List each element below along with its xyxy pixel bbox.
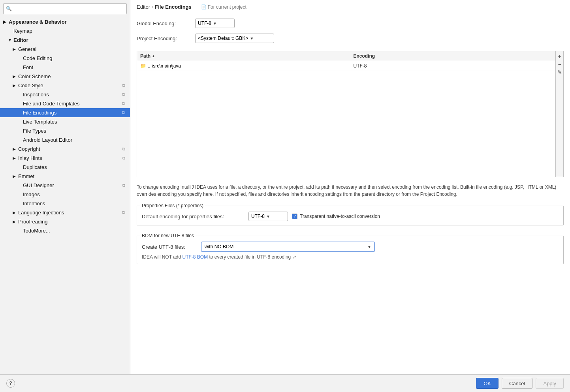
tree-arrow-proofreading: ▶ bbox=[13, 219, 17, 224]
properties-section: Properties Files (*.properties) Default … bbox=[137, 206, 564, 225]
table-cell-path: 📁...\src\main\java bbox=[137, 61, 350, 71]
sidebar-item-inspections[interactable]: Inspections⧉ bbox=[0, 90, 130, 99]
bom-section-title: BOM for new UTF-8 files bbox=[140, 233, 196, 238]
sidebar-item-keymap[interactable]: Keymap bbox=[0, 26, 130, 36]
sidebar-item-inlay-hints[interactable]: ▶Inlay Hints⧉ bbox=[0, 154, 130, 163]
project-encoding-label: Project Encoding: bbox=[137, 36, 192, 41]
transparent-checkbox-container[interactable]: ✓ Transparent native-to-ascii conversion bbox=[292, 214, 380, 219]
footer-left: ? bbox=[6, 379, 15, 388]
copy-icon-inspections: ⧉ bbox=[120, 92, 127, 97]
apply-button[interactable]: Apply bbox=[536, 378, 564, 389]
sidebar-item-general[interactable]: ▶General bbox=[0, 45, 130, 54]
sidebar-item-label-proofreading: Proofreading bbox=[18, 219, 47, 225]
search-input[interactable] bbox=[13, 6, 124, 11]
footer-right: OK Cancel Apply bbox=[476, 378, 564, 389]
sidebar-item-intentions[interactable]: Intentions bbox=[0, 199, 130, 208]
col-encoding-header[interactable]: Encoding bbox=[350, 51, 564, 61]
col-path-header[interactable]: Path ▲ bbox=[137, 51, 350, 61]
breadcrumb: Editor › File Encodings 📄 For current pr… bbox=[130, 0, 570, 13]
sidebar-item-emmet[interactable]: ▶Emmet bbox=[0, 172, 130, 181]
bom-value: with NO BOM bbox=[205, 244, 233, 249]
sidebar-item-font[interactable]: Font bbox=[0, 63, 130, 72]
info-text: To change encoding IntelliJ IDEA uses fo… bbox=[137, 184, 564, 198]
sidebar-item-file-code-templates[interactable]: File and Code Templates⧉ bbox=[0, 99, 130, 108]
encoding-table: Path ▲ Encoding 📁...\src\main\javaUTF-8 … bbox=[137, 51, 564, 177]
sidebar: 🔍 ▶Appearance & BehaviorKeymap▼Editor▶Ge… bbox=[0, 0, 130, 374]
sidebar-item-label-gui-designer: GUI Designer bbox=[23, 182, 54, 188]
copy-icon-file-code-templates: ⧉ bbox=[120, 101, 127, 106]
tree-arrow-code-style: ▶ bbox=[13, 83, 17, 88]
sidebar-item-gui-designer[interactable]: GUI Designer⧉ bbox=[0, 181, 130, 190]
global-encoding-dropdown[interactable]: UTF-8 ▼ bbox=[195, 19, 235, 28]
sidebar-item-file-encodings[interactable]: File Encodings⧉ bbox=[0, 108, 130, 117]
tree-arrow-language-injections: ▶ bbox=[13, 210, 17, 215]
sidebar-item-proofreading[interactable]: ▶Proofreading bbox=[0, 217, 130, 226]
settings-panel: Global Encoding: UTF-8 ▼ Project Encodin… bbox=[130, 13, 570, 374]
sidebar-item-file-types[interactable]: File Types bbox=[0, 126, 130, 135]
dialog-footer: ? OK Cancel Apply bbox=[0, 374, 570, 392]
transparent-checkbox-label: Transparent native-to-ascii conversion bbox=[300, 214, 380, 219]
breadcrumb-separator: › bbox=[152, 4, 153, 10]
bom-row: Create UTF-8 files: with NO BOM ▼ bbox=[142, 242, 559, 252]
sidebar-item-appearance-behavior[interactable]: ▶Appearance & Behavior bbox=[0, 17, 130, 26]
global-encoding-row: Global Encoding: UTF-8 ▼ bbox=[137, 19, 564, 28]
properties-row: Default encoding for properties files: U… bbox=[142, 212, 559, 221]
sidebar-item-duplicates[interactable]: Duplicates bbox=[0, 163, 130, 172]
sidebar-item-label-todo-more: TodoMore... bbox=[23, 228, 50, 234]
sidebar-item-language-injections[interactable]: ▶Language Injections⧉ bbox=[0, 208, 130, 217]
bom-note: IDEA will NOT add UTF-8 BOM to every cre… bbox=[142, 254, 559, 260]
sidebar-item-code-editing[interactable]: Code Editing bbox=[0, 54, 130, 63]
sidebar-item-label-file-types: File Types bbox=[23, 128, 46, 134]
remove-row-button[interactable]: − bbox=[556, 61, 563, 68]
sidebar-item-live-templates[interactable]: Live Templates bbox=[0, 117, 130, 126]
sidebar-item-label-file-code-templates: File and Code Templates bbox=[23, 101, 80, 107]
sidebar-item-code-style[interactable]: ▶Code Style⧉ bbox=[0, 81, 130, 90]
sidebar-item-label-keymap: Keymap bbox=[13, 28, 32, 34]
add-row-button[interactable]: + bbox=[556, 53, 563, 60]
sidebar-item-label-code-style: Code Style bbox=[18, 83, 43, 88]
sidebar-item-todo-more[interactable]: TodoMore... bbox=[0, 226, 130, 235]
sidebar-item-images[interactable]: Images bbox=[0, 190, 130, 199]
tree-arrow-appearance-behavior: ▶ bbox=[3, 20, 7, 24]
breadcrumb-current: File Encodings bbox=[155, 4, 191, 10]
dialog-body: 🔍 ▶Appearance & BehaviorKeymap▼Editor▶Ge… bbox=[0, 0, 570, 374]
tree-arrow-general: ▶ bbox=[13, 47, 17, 51]
sidebar-item-label-live-templates: Live Templates bbox=[23, 119, 57, 125]
properties-section-title: Properties Files (*.properties) bbox=[140, 203, 205, 208]
main-content: Editor › File Encodings 📄 For current pr… bbox=[130, 0, 570, 374]
table-actions: + − ✎ bbox=[555, 51, 563, 177]
sidebar-item-label-inspections: Inspections bbox=[23, 92, 49, 98]
copy-icon-file-encodings: ⧉ bbox=[120, 110, 127, 115]
sidebar-item-label-color-scheme: Color Scheme bbox=[18, 73, 51, 79]
sidebar-item-label-inlay-hints: Inlay Hints bbox=[18, 155, 42, 161]
copy-icon-code-style: ⧉ bbox=[120, 83, 127, 88]
ok-button[interactable]: OK bbox=[476, 378, 499, 389]
folder-icon: 📁 bbox=[140, 63, 146, 69]
sidebar-item-editor[interactable]: ▼Editor bbox=[0, 36, 130, 45]
bom-link[interactable]: UTF-8 BOM bbox=[182, 254, 208, 260]
sidebar-item-label-file-encodings: File Encodings bbox=[23, 110, 56, 116]
sidebar-item-android-layout-editor[interactable]: Android Layout Editor bbox=[0, 135, 130, 144]
copy-icon-copyright: ⧉ bbox=[120, 146, 127, 152]
tree-arrow-emmet: ▶ bbox=[13, 174, 17, 178]
table-row[interactable]: 📁...\src\main\javaUTF-8 bbox=[137, 61, 563, 71]
properties-encoding-dropdown[interactable]: UTF-8 ▼ bbox=[248, 212, 288, 221]
project-encoding-dropdown[interactable]: <System Default: GBK> ▼ bbox=[195, 34, 274, 43]
transparent-checkbox[interactable]: ✓ bbox=[292, 214, 297, 219]
search-box[interactable]: 🔍 bbox=[3, 3, 127, 14]
sidebar-item-copyright[interactable]: ▶Copyright⧉ bbox=[0, 144, 130, 154]
help-button[interactable]: ? bbox=[6, 379, 15, 388]
properties-encoding-value: UTF-8 bbox=[251, 214, 265, 219]
table-body: 📁...\src\main\javaUTF-8 bbox=[137, 61, 563, 71]
tree-arrow-color-scheme: ▶ bbox=[13, 74, 17, 79]
sidebar-item-label-duplicates: Duplicates bbox=[23, 164, 47, 170]
sidebar-item-color-scheme[interactable]: ▶Color Scheme bbox=[0, 72, 130, 81]
project-encoding-row: Project Encoding: <System Default: GBK> … bbox=[137, 34, 564, 43]
sidebar-item-label-code-editing: Code Editing bbox=[23, 55, 52, 61]
properties-encoding-arrow: ▼ bbox=[266, 214, 270, 219]
cancel-button[interactable]: Cancel bbox=[502, 378, 532, 389]
edit-row-button[interactable]: ✎ bbox=[556, 69, 563, 76]
bom-dropdown[interactable]: with NO BOM ▼ bbox=[201, 242, 375, 252]
sidebar-item-label-language-injections: Language Injections bbox=[18, 210, 64, 216]
for-current-project-link[interactable]: 📄 For current project bbox=[201, 4, 246, 10]
